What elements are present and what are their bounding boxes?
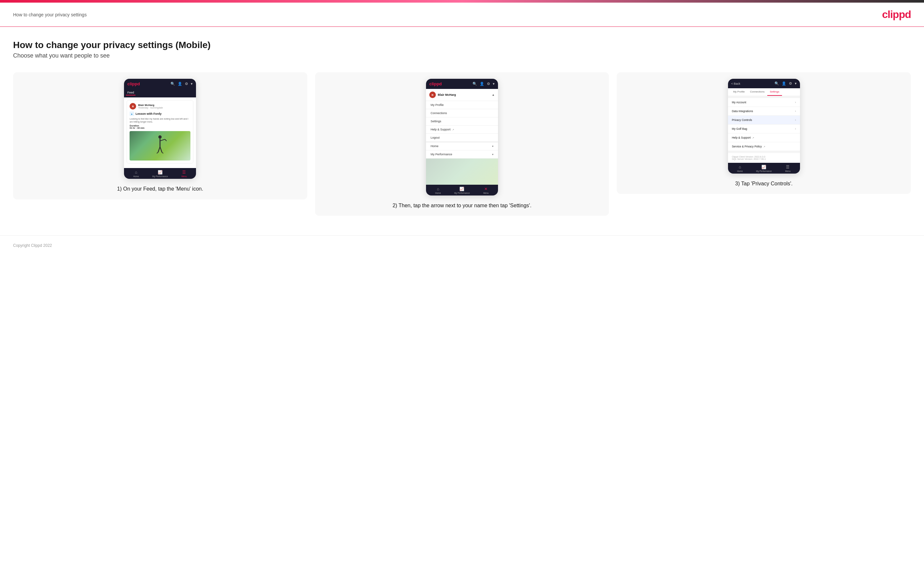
menu-overlay: B Blair McHarg ▲ My Profile Connections … — [426, 89, 498, 185]
settings-privacycontrols-label: Privacy Controls — [732, 118, 752, 122]
bottom-nav-3: ⌂ Home 📈 My Performance ☰ Menu — [728, 163, 800, 174]
nav-menu-3: ☰ Menu — [776, 165, 800, 172]
arrow-privacycontrols: › — [795, 118, 796, 122]
nav-performance-2: 📈 My Performance — [450, 187, 474, 194]
nav-home-3: ⌂ Home — [728, 165, 752, 172]
svg-line-3 — [165, 139, 166, 142]
copyright-text: Copyright Clippd 2022 — [13, 243, 52, 248]
svg-line-4 — [158, 147, 160, 152]
post-user: B Blair McHarg Yesterday · Sunningdale — [129, 103, 191, 110]
user-icon: 👤 — [178, 82, 182, 86]
home-icon-1: ⌂ — [135, 170, 137, 174]
svg-line-2 — [160, 139, 165, 141]
menu-section-performance: My Performance ▾ — [426, 150, 498, 158]
gql-version: GQL Server Version: 2022.7.30-1 — [732, 158, 796, 160]
menu-item-logout-label: Logout — [431, 136, 440, 139]
profile-tabs: My Profile Connections Settings — [728, 88, 800, 96]
back-button: < Back — [731, 82, 740, 85]
phone-nav-2: clippd 🔍 👤 ⚙ ▾ — [426, 79, 498, 89]
post-description: Looking to feel like my hands are exitin… — [129, 118, 191, 123]
search-icon-3: 🔍 — [774, 81, 779, 85]
post-title-row: ▶ Lesson with Fordy — [129, 111, 191, 116]
nav-performance-1: 📈 My Performance — [148, 170, 172, 177]
logo: clippd — [882, 8, 911, 21]
nav-home-1: ⌂ Home — [124, 170, 148, 177]
step-3-card: < Back 🔍 👤 ⚙ ▾ My Profile Connections Se… — [617, 72, 911, 194]
post-card: B Blair McHarg Yesterday · Sunningdale ▶… — [127, 100, 193, 163]
nav-close-2: ✕ Menu — [474, 187, 498, 194]
menu-item-settings: Settings — [426, 118, 498, 126]
performance-label-2: My Performance — [454, 192, 470, 194]
cards-row: clippd 🔍 👤 ⚙ ▾ Feed B — [13, 72, 911, 216]
golf-image — [129, 131, 191, 161]
main-content: How to change your privacy settings (Mob… — [0, 27, 924, 235]
settings-myaccount-label: My Account — [732, 101, 746, 104]
menu-item-help: Help & Support ↗ — [426, 126, 498, 134]
home-icon-2: ⌂ — [437, 187, 439, 191]
golfer-svg — [153, 134, 166, 157]
chevron-icon: ▾ — [191, 82, 193, 86]
header-title: How to change your privacy settings — [13, 12, 87, 17]
phone-nav-icons-3: 🔍 👤 ⚙ ▾ — [774, 81, 797, 85]
settings-list: My Account › Data Integrations › Privacy… — [728, 98, 800, 151]
arrow-mygolfbag: › — [795, 127, 796, 131]
tab-myprofile: My Profile — [731, 88, 748, 96]
close-icon-2: ✕ — [484, 187, 488, 191]
settings-helpsupport: Help & Support ↗ — [728, 134, 800, 142]
settings-serviceprivacy-label: Service & Privacy Policy ↗ — [732, 145, 765, 148]
phone-tab-bar-1: Feed — [124, 89, 196, 97]
post-user-info: Blair McHarg Yesterday · Sunningdale — [138, 104, 163, 109]
performance-icon-2: 📈 — [459, 187, 464, 191]
phone-nav-icons-2: 🔍 👤 ⚙ ▾ — [472, 82, 495, 86]
tab-connections: Connections — [747, 88, 767, 96]
phone-logo-1: clippd — [127, 81, 140, 86]
phone-nav-1: clippd 🔍 👤 ⚙ ▾ — [124, 79, 196, 89]
video-icon: ▶ — [129, 111, 134, 116]
chevron-down-icon-perf: ▾ — [492, 153, 493, 156]
step-1-caption: 1) On your Feed, tap the 'Menu' icon. — [117, 185, 203, 193]
menu-label-3: Menu — [785, 170, 790, 172]
settings-mygolfbag-label: My Golf Bag — [732, 127, 747, 131]
menu-item-help-label: Help & Support ↗ — [431, 128, 454, 131]
svg-line-7 — [162, 152, 163, 153]
step-1-card: clippd 🔍 👤 ⚙ ▾ Feed B — [13, 72, 307, 200]
step-2-card: clippd 🔍 👤 ⚙ ▾ B Blair McHarg ▲ — [315, 72, 609, 216]
menu-section-home: Home ▾ — [426, 142, 498, 150]
nav-home-2: ⌂ Home — [426, 187, 450, 194]
duration-value: 01 hr : 30 min — [129, 127, 144, 129]
post-location: Yesterday · Sunningdale — [138, 106, 163, 109]
settings-icon: ⚙ — [185, 82, 188, 86]
menu-item-settings-label: Settings — [431, 120, 441, 123]
home-label-2: Home — [435, 192, 441, 194]
feed-tab: Feed — [126, 90, 136, 95]
search-icon: 🔍 — [170, 82, 175, 86]
menu-item-logout: Logout — [426, 134, 498, 142]
performance-icon-3: 📈 — [761, 165, 766, 169]
settings-dataintegrations: Data Integrations › — [728, 107, 800, 116]
client-version: Clippd Client Version: 2022.8.3-3 — [732, 156, 796, 158]
footer: Copyright Clippd 2022 — [0, 235, 924, 255]
menu-label-2: Menu — [483, 192, 488, 194]
phone-nav-icons-1: 🔍 👤 ⚙ ▾ — [170, 82, 193, 86]
menu-label-1: Menu — [182, 175, 187, 177]
menu-items: My Profile Connections Settings Help & S… — [426, 101, 498, 142]
arrow-dataintegrations: › — [795, 110, 796, 113]
home-label-1: Home — [133, 175, 139, 177]
performance-icon-1: 📈 — [158, 170, 163, 174]
menu-icon-3: ☰ — [786, 165, 790, 169]
menu-item-myprofile-label: My Profile — [431, 103, 444, 106]
menu-section: Home ▾ My Performance ▾ — [426, 142, 498, 158]
chevron-icon-3: ▾ — [795, 81, 797, 85]
arrow-myaccount: › — [795, 101, 796, 104]
performance-label-1: My Performance — [152, 175, 168, 177]
avatar-1: B — [129, 103, 136, 110]
duration-label: Duration — [129, 124, 139, 127]
post-lesson-title: Lesson with Fordy — [136, 112, 162, 115]
settings-serviceprivacy: Service & Privacy Policy ↗ — [728, 142, 800, 151]
settings-icon-3: ⚙ — [789, 81, 792, 85]
chevron-down-icon-home: ▾ — [492, 145, 493, 148]
phone-mockup-2: clippd 🔍 👤 ⚙ ▾ B Blair McHarg ▲ — [426, 79, 498, 195]
version-info: Clippd Client Version: 2022.8.3-3 GQL Se… — [728, 153, 800, 163]
phone-mockup-1: clippd 🔍 👤 ⚙ ▾ Feed B — [124, 79, 196, 179]
svg-point-0 — [158, 135, 162, 139]
